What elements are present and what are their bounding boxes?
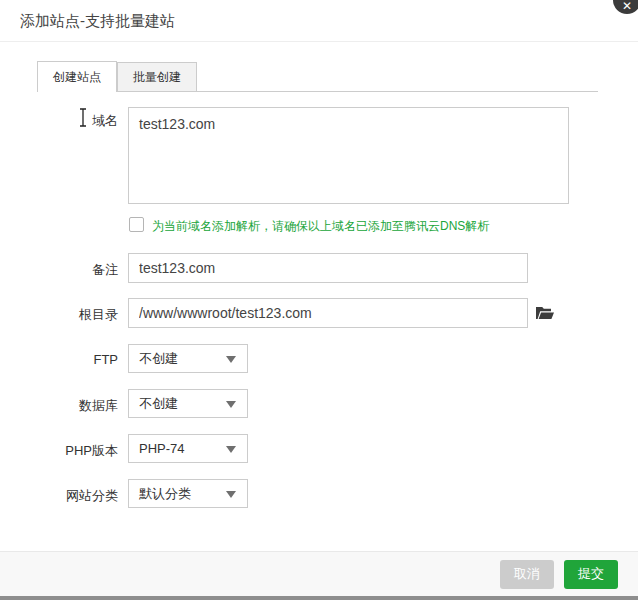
database-label: 数据库 xyxy=(18,397,118,415)
tab-create-site[interactable]: 创建站点 xyxy=(37,61,117,92)
site-category-select[interactable]: 默认分类 xyxy=(128,479,248,508)
site-category-select-value: 默认分类 xyxy=(139,486,191,501)
tab-batch-create[interactable]: 批量创建 xyxy=(117,62,197,92)
cancel-button[interactable]: 取消 xyxy=(500,560,554,589)
dialog-footer: 取消 提交 xyxy=(0,551,638,596)
ftp-label: FTP xyxy=(18,352,118,367)
submit-button[interactable]: 提交 xyxy=(564,560,618,589)
site-category-label: 网站分类 xyxy=(18,487,118,505)
close-icon-glyph: ✕ xyxy=(622,0,632,13)
dns-resolve-hint: 为当前域名添加解析，请确保以上域名已添加至腾讯云DNS解析 xyxy=(152,218,489,235)
ftp-select[interactable]: 不创建 xyxy=(128,344,248,373)
php-version-select-value: PHP-74 xyxy=(139,441,185,456)
chevron-down-icon xyxy=(226,356,236,363)
dns-resolve-checkbox[interactable] xyxy=(129,217,144,232)
root-dir-input[interactable] xyxy=(128,298,528,328)
dialog-titlebar: 添加站点-支持批量建站 xyxy=(0,0,638,42)
dialog-bottom-edge xyxy=(0,596,638,600)
tab-bar: 创建站点 批量创建 xyxy=(37,61,598,92)
domain-textarea[interactable]: test123.com xyxy=(128,107,569,204)
folder-open-icon[interactable] xyxy=(534,303,556,323)
chevron-down-icon xyxy=(226,401,236,408)
remark-input[interactable] xyxy=(128,253,528,283)
database-select-value: 不创建 xyxy=(139,396,178,411)
chevron-down-icon xyxy=(226,491,236,498)
database-select[interactable]: 不创建 xyxy=(128,389,248,418)
chevron-down-icon xyxy=(226,446,236,453)
add-site-dialog: 添加站点-支持批量建站 ✕ 创建站点 批量创建 域名 test123.com 为… xyxy=(0,0,638,600)
remark-label: 备注 xyxy=(18,261,118,279)
root-dir-label: 根目录 xyxy=(18,306,118,324)
dialog-title: 添加站点-支持批量建站 xyxy=(20,12,175,29)
ftp-select-value: 不创建 xyxy=(139,351,178,366)
php-version-label: PHP版本 xyxy=(18,442,118,460)
domain-label: 域名 xyxy=(18,112,118,130)
php-version-select[interactable]: PHP-74 xyxy=(128,434,248,463)
